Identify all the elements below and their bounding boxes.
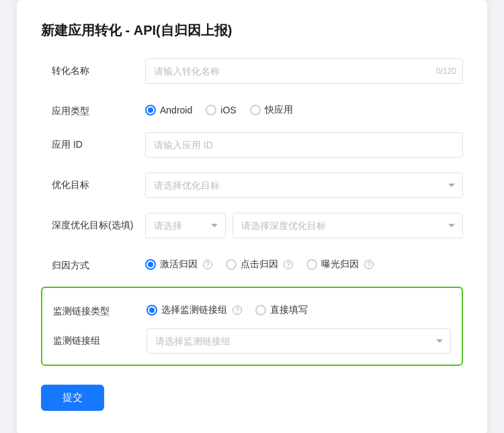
radio-circle-exposure [306, 259, 317, 270]
optimization-target-select[interactable]: 请选择优化目标 [145, 173, 463, 198]
app-type-label: 应用类型 [41, 99, 145, 117]
submit-area: 提交 [41, 381, 463, 411]
radio-direct-label: 直接填写 [270, 304, 308, 316]
radio-select-group[interactable]: 选择监测链接组 ? [146, 304, 242, 316]
radio-select-group-label: 选择监测链接组 [161, 304, 227, 316]
app-type-row: 应用类型 Android iOS 快应用 [41, 99, 463, 117]
attribution-method-row: 归因方式 激活归因 ? 点击归因 ? 曝光归因 ? [41, 253, 463, 272]
radio-circle-select-group [146, 305, 157, 316]
monitor-link-type-row: 监测链接类型 选择监测链接组 ? 直接填写 [42, 299, 451, 318]
monitor-link-group-label: 监测链接组 [42, 328, 146, 347]
conversion-name-input[interactable] [145, 58, 463, 84]
radio-circle-click [226, 259, 237, 270]
optimization-target-row: 优化目标 请选择优化目标 [41, 173, 463, 198]
radio-android-label: Android [160, 105, 192, 115]
question-icon-click[interactable]: ? [284, 260, 293, 269]
question-icon-exposure[interactable]: ? [364, 260, 374, 269]
radio-circle-quickapp [250, 105, 261, 115]
conversion-name-row: 转化名称 0/120 [41, 58, 463, 84]
radio-circle-ios [206, 105, 216, 115]
radio-circle-direct [255, 305, 266, 316]
radio-ios-label: iOS [220, 105, 236, 115]
monitor-link-type-radio-group: 选择监测链接组 ? 直接填写 [146, 299, 451, 316]
radio-exposure[interactable]: 曝光归因 ? [306, 258, 374, 271]
app-id-row: 应用 ID [41, 132, 463, 158]
radio-direct[interactable]: 直接填写 [255, 304, 308, 316]
radio-quickapp[interactable]: 快应用 [250, 104, 293, 116]
monitor-link-group-select[interactable]: 请选择监测链接组 [146, 328, 451, 354]
question-icon-activation[interactable]: ? [203, 260, 212, 269]
attribution-radio-group: 激活归因 ? 点击归因 ? 曝光归因 ? [145, 253, 463, 271]
deep-opt-select2[interactable]: 请选择深度优化目标 [233, 213, 463, 238]
radio-exposure-label: 曝光归因 [321, 258, 359, 271]
attribution-method-label: 归因方式 [41, 253, 145, 272]
char-count: 0/120 [436, 66, 456, 76]
radio-activation[interactable]: 激活归因 ? [145, 258, 212, 271]
radio-circle-activation [145, 259, 156, 270]
radio-ios[interactable]: iOS [206, 105, 236, 115]
main-card: 新建应用转化 - API(自归因上报) 转化名称 0/120 应用类型 Andr… [17, 0, 487, 433]
deep-optimization-row: 深度优化目标(选填) 请选择 请选择深度优化目标 [41, 213, 463, 238]
optimization-target-label: 优化目标 [41, 173, 145, 191]
radio-activation-label: 激活归因 [160, 258, 198, 271]
app-id-input[interactable] [145, 132, 463, 158]
radio-click-label: 点击归因 [241, 258, 278, 271]
monitor-link-type-label: 监测链接类型 [42, 299, 146, 318]
app-type-radio-group: Android iOS 快应用 [145, 99, 463, 116]
monitor-link-group-row: 监测链接组 请选择监测链接组 [42, 328, 451, 354]
radio-circle-android [145, 105, 156, 115]
deep-opt-select1[interactable]: 请选择 [145, 213, 226, 238]
radio-click[interactable]: 点击归因 ? [226, 258, 293, 271]
page-title: 新建应用转化 - API(自归因上报) [41, 21, 463, 40]
deep-optimization-label: 深度优化目标(选填) [41, 213, 145, 232]
radio-android[interactable]: Android [145, 105, 192, 115]
app-id-label: 应用 ID [41, 132, 145, 151]
monitor-section: 监测链接类型 选择监测链接组 ? 直接填写 监测链接组 [41, 287, 463, 366]
radio-quickapp-label: 快应用 [265, 104, 293, 116]
conversion-name-label: 转化名称 [41, 58, 145, 77]
submit-button[interactable]: 提交 [41, 385, 104, 411]
question-icon-monitor[interactable]: ? [233, 305, 242, 315]
